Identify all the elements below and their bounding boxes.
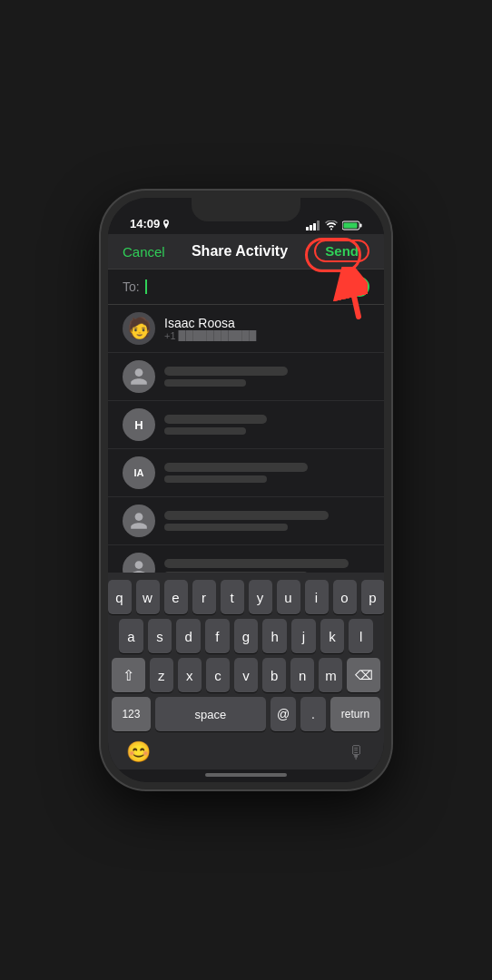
battery-icon xyxy=(342,220,362,230)
keyboard-accessory-bar: 😊 🎙 xyxy=(108,737,384,769)
status-icons xyxy=(306,220,362,230)
mic-button[interactable]: 🎙 xyxy=(348,742,366,763)
keyboard-row-1: q w e r t y u i o p xyxy=(112,580,380,614)
list-item[interactable] xyxy=(108,545,384,573)
contact-sub: +1 ███████████ xyxy=(164,330,369,341)
blurred-sub xyxy=(164,379,246,387)
phone-screen: 14:09 xyxy=(108,198,384,782)
to-field[interactable]: To: + xyxy=(108,270,384,305)
contact-name: Isaac Roosa xyxy=(164,316,369,330)
avatar: 🧑 xyxy=(123,312,155,345)
page-title: Share Activity xyxy=(192,243,288,260)
key-d[interactable]: d xyxy=(176,619,201,653)
home-indicator-bar xyxy=(108,769,384,782)
avatar xyxy=(123,505,155,537)
add-recipient-button[interactable]: + xyxy=(349,277,369,297)
key-l[interactable]: l xyxy=(349,619,373,653)
key-j[interactable]: j xyxy=(291,619,316,653)
shift-key[interactable]: ⇧ xyxy=(112,658,145,692)
person-icon xyxy=(129,367,149,387)
keyboard-row-3: ⇧ z x c v b n m ⌫ xyxy=(112,658,380,692)
keyboard: q w e r t y u i o p a s d f g h j k xyxy=(108,573,384,737)
list-item[interactable]: IA xyxy=(108,449,384,497)
svg-rect-6 xyxy=(344,223,358,229)
key-w[interactable]: w xyxy=(136,580,160,614)
key-u[interactable]: u xyxy=(277,580,300,614)
avatar xyxy=(123,553,155,573)
text-cursor xyxy=(145,279,147,294)
to-label: To: xyxy=(123,279,140,294)
person-icon xyxy=(129,559,149,573)
key-h[interactable]: h xyxy=(262,619,287,653)
emoji-button[interactable]: 😊 xyxy=(126,740,151,764)
key-i[interactable]: i xyxy=(305,580,329,614)
blurred-name xyxy=(164,415,267,424)
key-s[interactable]: s xyxy=(148,619,172,653)
key-n[interactable]: n xyxy=(290,658,314,692)
svg-rect-1 xyxy=(310,225,312,230)
list-item[interactable]: 🧑 Isaac Roosa +1 ███████████ xyxy=(108,305,384,353)
avatar xyxy=(123,360,155,393)
key-r[interactable]: r xyxy=(192,580,216,614)
key-a[interactable]: a xyxy=(119,619,143,653)
cancel-button[interactable]: Cancel xyxy=(123,244,165,260)
key-e[interactable]: e xyxy=(164,580,188,614)
numbers-key[interactable]: 123 xyxy=(112,697,151,731)
contact-info xyxy=(164,557,369,573)
keyboard-row-4: 123 space @ . return xyxy=(112,697,380,731)
at-key[interactable]: @ xyxy=(271,697,296,731)
key-b[interactable]: b xyxy=(262,658,286,692)
avatar: IA xyxy=(123,456,155,489)
status-time: 14:09 xyxy=(130,217,170,230)
key-o[interactable]: o xyxy=(333,580,357,614)
wifi-icon xyxy=(325,220,338,230)
list-item[interactable]: H xyxy=(108,401,384,449)
blurred-name xyxy=(164,367,288,376)
nav-bar: Cancel Share Activity Send xyxy=(108,234,384,270)
blurred-name xyxy=(164,463,308,472)
svg-rect-5 xyxy=(360,224,362,228)
blurred-name xyxy=(164,511,329,520)
key-c[interactable]: c xyxy=(206,658,230,692)
svg-rect-2 xyxy=(313,223,316,230)
key-f[interactable]: f xyxy=(205,619,230,653)
return-key[interactable]: return xyxy=(330,697,380,731)
signal-icon xyxy=(306,220,320,230)
space-key[interactable]: space xyxy=(155,697,266,731)
key-t[interactable]: t xyxy=(221,580,244,614)
contact-info xyxy=(164,413,369,436)
person-icon xyxy=(129,511,149,531)
blurred-sub xyxy=(164,427,246,435)
time-display: 14:09 xyxy=(130,217,160,230)
list-item[interactable] xyxy=(108,497,384,545)
send-button-container: Send xyxy=(314,243,369,260)
key-x[interactable]: x xyxy=(178,658,202,692)
avatar: H xyxy=(123,408,155,441)
key-y[interactable]: y xyxy=(249,580,272,614)
location-icon xyxy=(162,220,170,229)
delete-key[interactable]: ⌫ xyxy=(347,658,380,692)
keyboard-row-2: a s d f g h j k l xyxy=(112,619,380,653)
list-item[interactable] xyxy=(108,353,384,401)
contact-info: Isaac Roosa +1 ███████████ xyxy=(164,316,369,341)
svg-rect-3 xyxy=(317,220,320,230)
key-v[interactable]: v xyxy=(234,658,258,692)
phone-frame: 14:09 xyxy=(101,191,391,789)
key-p[interactable]: p xyxy=(361,580,385,614)
period-key[interactable]: . xyxy=(300,697,326,731)
svg-rect-0 xyxy=(306,227,309,230)
contact-info xyxy=(164,461,369,485)
blurred-name xyxy=(164,559,349,568)
key-g[interactable]: g xyxy=(234,619,259,653)
notch xyxy=(192,198,300,221)
blurred-sub xyxy=(164,475,267,483)
blurred-sub xyxy=(164,524,288,531)
send-button[interactable]: Send xyxy=(314,240,369,262)
home-bar xyxy=(205,773,287,777)
key-m[interactable]: m xyxy=(319,658,342,692)
key-q[interactable]: q xyxy=(108,580,132,614)
key-k[interactable]: k xyxy=(320,619,345,653)
key-z[interactable]: z xyxy=(150,658,173,692)
contact-info xyxy=(164,365,369,388)
contact-list: 🧑 Isaac Roosa +1 ███████████ H xyxy=(108,305,384,573)
